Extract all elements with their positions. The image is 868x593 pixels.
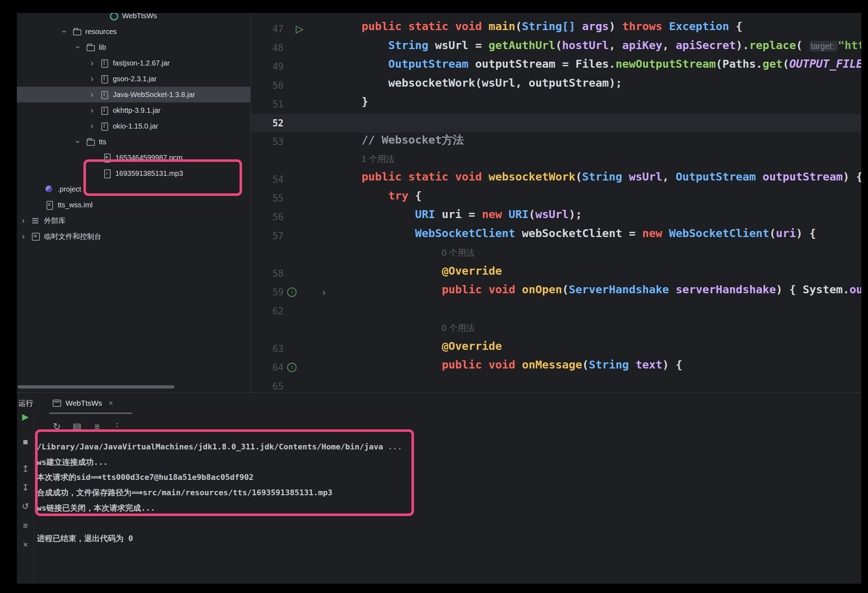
project-panel: WebTtsWs › resources › lib › fastjson-1.… <box>17 13 251 392</box>
tree-item-lib[interactable]: › lib <box>17 39 250 55</box>
console-tab-icon <box>53 400 61 407</box>
close-icon[interactable]: × <box>108 398 113 408</box>
line-number: 52 <box>251 118 283 128</box>
tree-item-java-websocket-jar[interactable]: › Java-WebSocket-1.3.8.jar <box>17 87 250 102</box>
editor-row[interactable]: 62 <box>251 302 861 321</box>
tree-item-pcm-file[interactable]: 1653464599987.pcm <box>17 150 250 165</box>
tree-horizontal-scrollbar[interactable] <box>18 385 174 388</box>
editor-row[interactable]: 56 URI uri = new URI(wsUrl); <box>251 208 861 227</box>
chevron-right-icon[interactable]: › <box>89 90 96 99</box>
editor-row[interactable]: 1 个用法 <box>251 152 861 170</box>
ide-window: WebTtsWs › resources › lib › fastjson-1.… <box>17 13 861 584</box>
tree-item-label: WebTtsWs <box>122 13 157 20</box>
code-line: URI uri = new URI(wsUrl); <box>335 208 582 227</box>
tree-item-okio-jar[interactable]: › okio-1.15.0.jar <box>17 118 250 134</box>
options-icon[interactable]: ≡ <box>91 420 103 432</box>
chevron-right-icon[interactable]: › <box>20 216 27 225</box>
tree-item-project-file[interactable]: .project <box>17 181 250 197</box>
editor-row[interactable]: 64↑ public void onMessage(String text) { <box>251 358 861 377</box>
line-number: 47 <box>251 24 283 34</box>
editor-row[interactable]: 50 websocketWork(wsUrl, outputStream); <box>251 76 861 95</box>
code-line: @Override <box>335 339 502 358</box>
stop-icon[interactable]: ■ <box>18 437 32 447</box>
tree-item-iml-file[interactable]: tts_wss.iml <box>17 197 250 213</box>
tree-item-mp3-file[interactable]: 1693591385131.mp3 <box>17 165 250 181</box>
chevron-right-icon[interactable]: › <box>20 232 27 240</box>
code-line: 1 个用法 <box>335 152 395 170</box>
chevron-down-icon[interactable]: › <box>74 44 83 51</box>
console-line: 合成成功，文件保存路径为⟹src/main/resources/tts/1693… <box>37 485 854 501</box>
line-number: 59 <box>251 287 283 298</box>
process-exit-line: 进程已结束，退出代码为 0 <box>37 531 854 546</box>
override-gutter-icon[interactable]: ↑ <box>287 288 297 297</box>
folder-icon <box>86 137 94 146</box>
chevron-right-icon[interactable]: › <box>89 74 96 83</box>
line-number: 51 <box>251 99 283 109</box>
run-gutter-icon[interactable]: ▷ <box>296 24 304 34</box>
editor-row[interactable]: 51 } <box>251 95 861 114</box>
audio-file-icon <box>102 169 111 178</box>
layout-icon[interactable]: ▤ <box>71 420 83 432</box>
tree-item-tts[interactable]: › tts <box>17 134 250 150</box>
iml-file-icon <box>45 201 53 209</box>
editor-row[interactable]: 59↑› public void onOpen(ServerHandshake … <box>251 283 861 302</box>
line-number: 55 <box>251 193 283 204</box>
tree-item-gson-jar[interactable]: › gson-2.3.1.jar <box>17 71 250 87</box>
console-blank-line <box>37 516 854 531</box>
editor-row[interactable]: 53 // Websocket方法 <box>251 133 861 152</box>
restart-icon[interactable]: ↺ <box>18 501 32 512</box>
editor-row[interactable]: 57 WebSocketClient webSocketClient = new… <box>251 227 861 246</box>
run-tool-window: 运行 WebTtsWs × ↻ ▤ ≡ ⋮ ▶ ■ ↥ ↧ ↺ ≡ × /Lib… <box>17 392 861 584</box>
run-icon[interactable]: ▶ <box>18 412 32 422</box>
rerun-icon[interactable]: ↻ <box>51 420 63 432</box>
scroll-up-icon[interactable]: ↥ <box>18 463 32 474</box>
line-number: 50 <box>251 80 283 91</box>
code-line: // Websocket方法 <box>335 133 464 152</box>
scroll-down-icon[interactable]: ↧ <box>18 482 32 493</box>
editor-row[interactable]: 0 个用法 <box>251 320 861 339</box>
console-toolbar: ↻ ▤ ≡ ⋮ <box>51 420 123 432</box>
tree-item-webttsws[interactable]: WebTtsWs <box>17 13 250 24</box>
chevron-down-icon[interactable]: › <box>74 138 83 145</box>
code-line: OutputStream outputStream = Files.newOut… <box>335 57 861 76</box>
code-line: } <box>335 95 368 114</box>
code-line: WebSocketClient webSocketClient = new We… <box>335 227 816 246</box>
run-tab-label: WebTtsWs <box>65 399 102 407</box>
chevron-right-icon[interactable]: › <box>89 59 96 67</box>
editor-row[interactable]: 49 OutputStream outputStream = Files.new… <box>251 57 861 76</box>
tree-item-resources[interactable]: › resources <box>17 24 250 39</box>
editor-row[interactable]: 54 public static void websocketWork(Stri… <box>251 170 861 189</box>
code-line: public static void websocketWork(String … <box>335 170 861 189</box>
tree-item-okhttp-jar[interactable]: › okhttp-3.9.1.jar <box>17 102 250 118</box>
editor-row[interactable]: 48 String wsUrl = getAuthUrl(hostUrl, ap… <box>251 39 861 58</box>
editor-row[interactable]: 0 个用法 <box>251 245 861 264</box>
tree-item-label: tts <box>99 138 106 146</box>
editor-row[interactable]: 52 <box>251 114 861 133</box>
soft-wrap-icon[interactable]: ≡ <box>18 520 32 531</box>
chevron-down-icon[interactable]: › <box>60 28 69 35</box>
chevron-right-icon[interactable]: › <box>89 122 96 130</box>
editor-row[interactable]: 55 try { <box>251 189 861 208</box>
tree-item-fastjson-jar[interactable]: › fastjson-1.2.67.jar <box>17 55 250 71</box>
chevron-right-icon[interactable]: › <box>89 106 96 115</box>
override-gutter-icon[interactable]: ↑ <box>287 363 297 372</box>
fold-arrow-icon[interactable]: › <box>322 287 326 297</box>
clear-icon[interactable]: × <box>18 539 32 550</box>
code-line: public void onOpen(ServerHandshake serve… <box>335 283 861 302</box>
editor-row[interactable]: 47▷ public static void main(String[] arg… <box>251 20 861 39</box>
tree-item-scratches[interactable]: › 临时文件和控制台 <box>17 229 250 244</box>
more-icon[interactable]: ⋮ <box>111 420 123 432</box>
editor-row[interactable]: 63 @Override <box>251 339 861 358</box>
line-number: 64 <box>251 362 283 373</box>
tree-item-label: 临时文件和控制台 <box>44 232 101 241</box>
editor-row[interactable]: 58 @Override <box>251 264 861 283</box>
console-output[interactable]: /Library/Java/JavaVirtualMachines/jdk1.8… <box>37 440 854 546</box>
project-file-icon <box>45 185 53 193</box>
code-editor[interactable]: 47▷ public static void main(String[] arg… <box>251 13 861 392</box>
console-line: ws链接已关闭，本次请求完成... <box>37 501 854 516</box>
folder-icon <box>72 27 81 36</box>
run-tab-webttsws[interactable]: WebTtsWs × <box>49 395 117 412</box>
command-ellipsis[interactable]: ... <box>383 442 402 451</box>
tree-item-external-libraries[interactable]: › 外部库 <box>17 213 250 229</box>
editor-row[interactable]: 65 <box>251 377 861 393</box>
